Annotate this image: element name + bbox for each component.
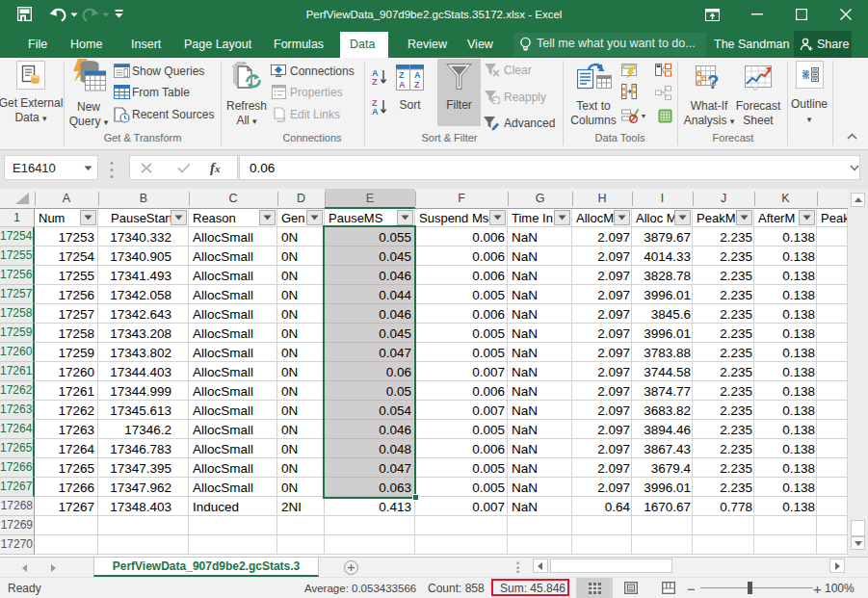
svg-text:Z: Z [414, 80, 420, 90]
svg-text:?: ? [707, 71, 719, 92]
svg-text:A: A [372, 107, 379, 117]
svg-text:A: A [399, 80, 406, 90]
svg-text:A: A [414, 70, 421, 80]
svg-text:Z: Z [372, 77, 378, 87]
svg-text:Z: Z [399, 70, 405, 80]
